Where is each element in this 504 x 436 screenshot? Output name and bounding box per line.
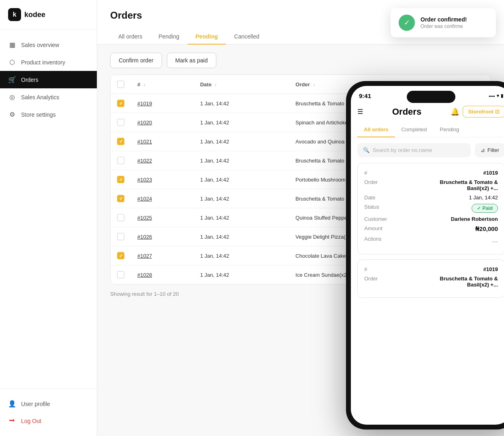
row-checkbox[interactable] [111, 113, 131, 132]
order-link[interactable]: #1025 [137, 215, 152, 221]
order-link[interactable]: #1026 [137, 234, 152, 240]
col-date[interactable]: Date ↕ [194, 75, 289, 94]
toast-title: Order confirmed! [421, 16, 467, 23]
row-checkbox[interactable] [111, 94, 131, 113]
row-checkbox[interactable] [111, 189, 131, 208]
row-checkbox[interactable] [111, 151, 131, 170]
sidebar-item-logout[interactable]: ⮕ Log Out [0, 412, 97, 430]
row-checkbox-input[interactable] [117, 214, 124, 221]
phone-filter-button[interactable]: ⊿ Filter [475, 143, 504, 157]
row-checkbox-input[interactable] [117, 252, 124, 259]
card2-order-label: Order [364, 276, 378, 282]
card-customer-row: Customer Darlene Robertson [364, 216, 498, 222]
main-content: ✓ Order confirmed! Order was confirme Or… [97, 0, 504, 436]
row-checkbox-input[interactable] [117, 195, 124, 202]
order-link[interactable]: #1020 [137, 120, 152, 126]
order-link[interactable]: #1027 [137, 253, 152, 259]
card-customer-value: Darlene Robertson [451, 216, 498, 222]
tab-all-orders[interactable]: All orders [110, 29, 150, 45]
order-link[interactable]: #1022 [137, 158, 152, 164]
card-customer-label: Customer [364, 216, 387, 222]
phone-header-right: 🔔 Storefront ⊡ [451, 106, 504, 118]
order-link[interactable]: #1023 [137, 177, 152, 183]
row-id: #1019 [131, 94, 194, 113]
card-amount-label: Amount [364, 225, 382, 231]
tab-pending2[interactable]: Pending [188, 29, 226, 45]
phone-tab-completed[interactable]: Completed [395, 122, 434, 137]
row-checkbox-input[interactable] [117, 176, 124, 183]
row-id: #1027 [131, 246, 194, 265]
paid-check-icon: ✓ [477, 205, 481, 211]
row-checkbox-input[interactable] [117, 100, 124, 107]
row-date: 1 Jan, 14:42 [194, 189, 289, 208]
row-id: #1022 [131, 151, 194, 170]
phone-order-card-1[interactable]: # #1019 Order Bruschetta & Tomato & Basi… [357, 163, 504, 254]
row-date: 1 Jan, 14:42 [194, 227, 289, 246]
row-checkbox-input[interactable] [117, 119, 124, 126]
card2-hash-row: # #1019 [364, 266, 498, 272]
storefront-button[interactable]: Storefront ⊡ [463, 106, 504, 118]
row-id: #1026 [131, 227, 194, 246]
row-checkbox[interactable] [111, 208, 131, 227]
phone-overlay: 9:41 ▪▪▪▪ ▾ ▮ ☰ Orders 🔔 Storefront ⊡ [346, 81, 504, 430]
row-checkbox-input[interactable] [117, 138, 124, 145]
sidebar-nav: ▦ Sales overview ⬡ Product inventory 🛒 O… [0, 30, 97, 388]
row-id: #1024 [131, 189, 194, 208]
sidebar-item-label: Store settings [21, 111, 56, 118]
toast-text: Order confirmed! Order was confirme [421, 16, 467, 29]
sidebar-item-label: Sales Analytics [21, 94, 59, 100]
order-link[interactable]: #1021 [137, 139, 152, 145]
order-link[interactable]: #1028 [137, 272, 152, 278]
phone-time: 9:41 [359, 92, 371, 99]
sidebar-item-sales-analytics[interactable]: ◎ Sales Analytics [0, 88, 97, 106]
row-date: 1 Jan, 14:42 [194, 170, 289, 189]
phone-search-box[interactable]: 🔍 Search by order no,name [357, 143, 471, 157]
row-checkbox[interactable] [111, 246, 131, 265]
row-checkbox[interactable] [111, 227, 131, 246]
sidebar-item-label: Product inventory [21, 59, 65, 66]
row-date: 1 Jan, 14:42 [194, 151, 289, 170]
row-checkbox-input[interactable] [117, 233, 124, 240]
sidebar-item-sales-overview[interactable]: ▦ Sales overview [0, 36, 97, 53]
row-date: 1 Jan, 14:42 [194, 132, 289, 151]
sidebar-item-product-inventory[interactable]: ⬡ Product inventory [0, 53, 97, 71]
user-icon: 👤 [8, 400, 16, 408]
row-checkbox-input[interactable] [117, 157, 124, 164]
row-date: 1 Jan, 14:42 [194, 113, 289, 132]
row-checkbox-input[interactable] [117, 271, 124, 278]
confirm-order-button[interactable]: Confirm order [110, 53, 162, 68]
sidebar-bottom: 👤 User profile ⮕ Log Out [0, 388, 97, 436]
analytics-icon: ◎ [8, 93, 16, 101]
sidebar-item-user-profile[interactable]: 👤 User profile [0, 395, 97, 412]
card-order-label: Order [364, 179, 378, 185]
sidebar-item-orders[interactable]: 🛒 Orders [0, 71, 97, 88]
select-all-checkbox[interactable] [117, 81, 124, 88]
mark-as-paid-button[interactable]: Mark as paid [167, 53, 216, 68]
order-link[interactable]: #1024 [137, 196, 152, 202]
showing-result: Showing result for 1–10 of 20 [110, 291, 179, 297]
sidebar-item-label: Sales overview [21, 42, 59, 48]
tab-cancelled[interactable]: Cancelled [226, 29, 267, 45]
tab-pending1[interactable]: Pending [150, 29, 187, 45]
inventory-icon: ⬡ [8, 58, 16, 66]
card-hash-value: #1019 [483, 170, 498, 176]
order-link[interactable]: #1019 [137, 100, 152, 107]
sidebar-item-store-settings[interactable]: ⚙ Store settings [0, 106, 97, 123]
row-checkbox[interactable] [111, 170, 131, 189]
row-id: #1021 [131, 132, 194, 151]
phone-tab-all-orders[interactable]: All orders [357, 122, 395, 137]
battery-icon: ▮ [501, 93, 503, 98]
logout-label: Log Out [21, 418, 41, 424]
row-checkbox[interactable] [111, 132, 131, 151]
card2-order-value: Bruschetta & Tomato & Basil(x2) +... [418, 276, 498, 288]
bell-icon[interactable]: 🔔 [451, 107, 459, 116]
phone-header: ☰ Orders 🔔 Storefront ⊡ [351, 103, 504, 122]
card-actions-menu[interactable]: ... [492, 236, 498, 244]
card-date-value: 1 Jan, 14:42 [469, 194, 498, 201]
phone-order-card-2[interactable]: # #1019 Order Bruschetta & Tomato & Basi… [357, 259, 504, 298]
row-checkbox[interactable] [111, 265, 131, 284]
row-date: 1 Jan, 14:42 [194, 208, 289, 227]
hamburger-icon[interactable]: ☰ [357, 108, 363, 115]
orders-icon: 🛒 [8, 76, 16, 83]
phone-tab-pending[interactable]: Pending [434, 122, 466, 137]
